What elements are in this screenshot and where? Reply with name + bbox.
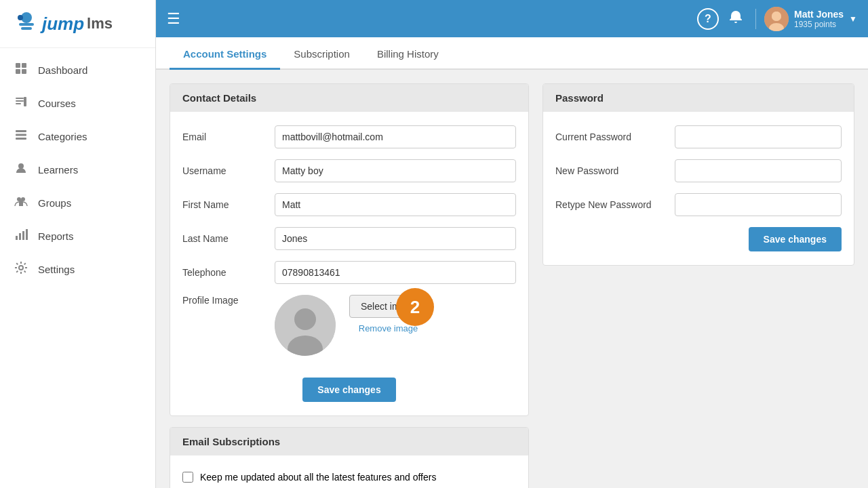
svg-rect-10 bbox=[16, 103, 21, 104]
right-panel: Password Current Password New Password R… bbox=[542, 83, 854, 266]
email-subscriptions-body: Keep me updated about all the latest fea… bbox=[170, 455, 528, 488]
select-image-wrapper: Select image 2 bbox=[349, 295, 427, 318]
tab-billing-history[interactable]: Billing History bbox=[363, 37, 452, 70]
contact-details-body: Email Username First Name Last N bbox=[170, 112, 528, 415]
svg-rect-3 bbox=[21, 27, 32, 30]
logo-area: jump lms bbox=[0, 0, 155, 48]
groups-icon bbox=[14, 195, 28, 211]
svg-rect-13 bbox=[16, 134, 26, 136]
sidebar-item-settings[interactable]: Settings bbox=[0, 253, 155, 286]
tab-account-settings[interactable]: Account Settings bbox=[170, 37, 280, 70]
password-save-button[interactable]: Save changes bbox=[749, 227, 842, 251]
profile-image-row: Profile Image bbox=[182, 295, 516, 367]
sidebar-item-categories[interactable]: Categories bbox=[0, 120, 155, 153]
svg-point-22 bbox=[19, 266, 23, 270]
email-subscriptions-card: Email Subscriptions Keep me updated abou… bbox=[170, 427, 529, 488]
sidebar-item-courses[interactable]: Courses bbox=[0, 87, 155, 120]
password-card: Password Current Password New Password R… bbox=[542, 83, 854, 266]
svg-rect-5 bbox=[22, 63, 26, 68]
svg-point-1 bbox=[18, 15, 23, 20]
topbar-left: ☰ bbox=[167, 10, 180, 28]
profile-avatar bbox=[275, 295, 336, 356]
reports-icon bbox=[14, 228, 28, 245]
user-points: 1935 points bbox=[794, 20, 844, 29]
lms-text: lms bbox=[87, 15, 113, 33]
sidebar-item-learners[interactable]: Learners bbox=[0, 153, 155, 186]
topbar-right: ? Matt Jones 1935 points bbox=[697, 5, 857, 32]
sidebar-item-reports[interactable]: Reports bbox=[0, 220, 155, 253]
username-row: Username bbox=[182, 159, 516, 182]
svg-rect-14 bbox=[16, 138, 26, 140]
categories-icon bbox=[14, 128, 28, 145]
current-password-input[interactable] bbox=[675, 125, 842, 148]
left-panel: Contact Details Email Username First Nam… bbox=[170, 83, 529, 488]
settings-icon bbox=[14, 261, 28, 278]
svg-rect-12 bbox=[16, 130, 26, 132]
email-row: Email bbox=[182, 125, 516, 148]
sidebar: jump lms Dashboard Courses Categories bbox=[0, 0, 156, 488]
retype-password-row: Retype New Password bbox=[555, 193, 842, 216]
updates-label: Keep me updated about all the latest fea… bbox=[200, 472, 436, 483]
user-info[interactable]: Matt Jones 1935 points ▼ bbox=[764, 7, 857, 31]
main-area: ☰ ? Matt Jones 1935 points bbox=[156, 0, 868, 488]
tab-subscription[interactable]: Subscription bbox=[280, 37, 363, 70]
contact-save-row: Save changes bbox=[182, 378, 516, 402]
page-body: Contact Details Email Username First Nam… bbox=[156, 70, 868, 488]
svg-rect-7 bbox=[22, 69, 26, 74]
select-image-button[interactable]: Select image bbox=[349, 295, 427, 318]
current-password-row: Current Password bbox=[555, 125, 842, 148]
topbar-divider bbox=[755, 9, 756, 29]
courses-label: Courses bbox=[38, 98, 76, 109]
email-input[interactable] bbox=[275, 125, 516, 148]
lastname-input[interactable] bbox=[275, 227, 516, 250]
profile-image-label: Profile Image bbox=[182, 295, 264, 306]
contact-details-card: Contact Details Email Username First Nam… bbox=[170, 83, 529, 416]
telephone-input[interactable] bbox=[275, 261, 516, 284]
bell-icon[interactable] bbox=[724, 5, 747, 32]
password-body: Current Password New Password Retype New… bbox=[543, 112, 854, 265]
svg-rect-9 bbox=[16, 100, 24, 102]
contact-details-header: Contact Details bbox=[170, 84, 528, 112]
new-password-label: New Password bbox=[555, 165, 664, 176]
svg-rect-21 bbox=[26, 229, 28, 240]
updates-checkbox[interactable] bbox=[182, 472, 193, 483]
new-password-input[interactable] bbox=[675, 159, 842, 182]
lastname-row: Last Name bbox=[182, 227, 516, 250]
remove-image-button[interactable]: Remove image bbox=[349, 323, 427, 333]
username-label: Username bbox=[182, 165, 264, 176]
lastname-label: Last Name bbox=[182, 233, 264, 244]
new-password-row: New Password bbox=[555, 159, 842, 182]
groups-label: Groups bbox=[38, 197, 71, 209]
retype-password-label: Retype New Password bbox=[555, 199, 664, 210]
updates-checkbox-row: Keep me updated about all the latest fea… bbox=[182, 469, 516, 485]
chevron-down-icon: ▼ bbox=[849, 14, 857, 24]
email-subscriptions-header: Email Subscriptions bbox=[170, 428, 528, 455]
firstname-input[interactable] bbox=[275, 193, 516, 216]
jump-logo-icon bbox=[14, 11, 39, 37]
svg-rect-4 bbox=[16, 63, 20, 68]
svg-rect-8 bbox=[16, 98, 24, 99]
courses-icon bbox=[14, 95, 28, 112]
logo-text: jump bbox=[42, 14, 84, 35]
username-input[interactable] bbox=[275, 159, 516, 182]
profile-image-area: Select image 2 Remove image bbox=[275, 295, 427, 356]
current-password-label: Current Password bbox=[555, 131, 664, 142]
svg-rect-6 bbox=[16, 69, 20, 74]
sidebar-item-groups[interactable]: Groups bbox=[0, 186, 155, 220]
svg-rect-19 bbox=[19, 233, 21, 240]
reports-label: Reports bbox=[38, 230, 74, 242]
email-label: Email bbox=[182, 131, 264, 142]
tabs-bar: Account Settings Subscription Billing Hi… bbox=[156, 37, 868, 70]
help-icon[interactable]: ? bbox=[697, 8, 719, 30]
svg-rect-2 bbox=[19, 23, 34, 26]
avatar bbox=[764, 7, 789, 31]
password-header: Password bbox=[543, 84, 854, 112]
hamburger-icon[interactable]: ☰ bbox=[167, 10, 180, 28]
svg-rect-20 bbox=[22, 231, 24, 240]
sidebar-item-dashboard[interactable]: Dashboard bbox=[0, 54, 155, 87]
user-details: Matt Jones 1935 points bbox=[794, 9, 844, 29]
learners-label: Learners bbox=[38, 164, 78, 176]
contact-save-button[interactable]: Save changes bbox=[302, 378, 395, 402]
dashboard-label: Dashboard bbox=[38, 64, 87, 76]
retype-password-input[interactable] bbox=[675, 193, 842, 216]
